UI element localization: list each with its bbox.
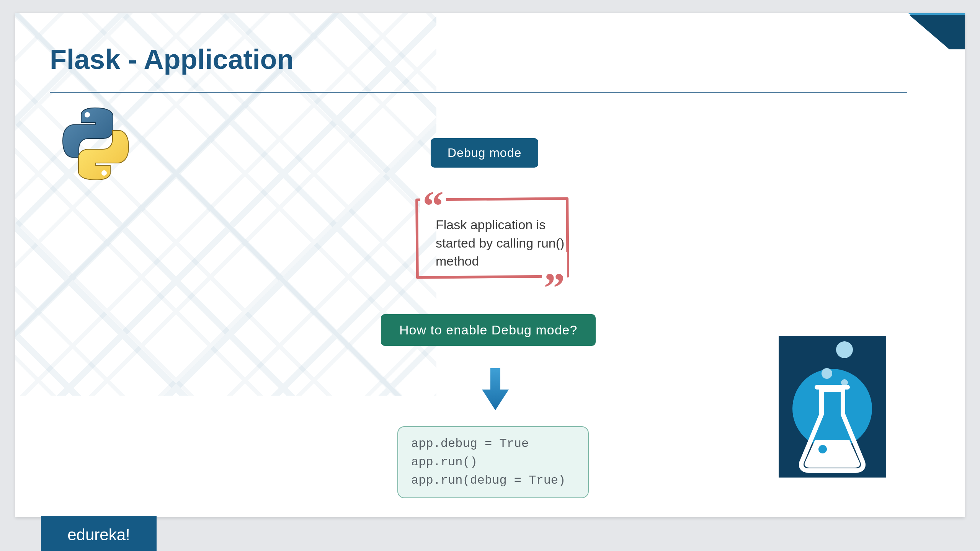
svg-point-5 (792, 369, 872, 448)
svg-point-7 (822, 368, 832, 379)
svg-point-3 (85, 112, 90, 117)
flask-beaker-icon (779, 336, 886, 478)
svg-point-9 (818, 445, 827, 453)
debug-mode-badge: Debug mode (431, 138, 538, 168)
code-snippet: app.debug = True app.run() app.run(debug… (397, 426, 589, 498)
down-arrow-icon (482, 368, 509, 412)
how-to-enable-badge: How to enable Debug mode? (381, 314, 596, 346)
python-logo-icon (57, 106, 134, 182)
svg-marker-2 (909, 15, 965, 49)
presentation-slide: Flask - Application Debug mode “ “ Flask… (15, 13, 965, 517)
title-underline (50, 92, 907, 93)
quote-text: Flask application is started by calling … (436, 216, 566, 271)
brand-tab: edureka! (41, 516, 157, 551)
corner-decoration (827, 13, 965, 70)
svg-point-6 (836, 341, 853, 358)
quote-container: “ “ Flask application is started by call… (410, 187, 578, 289)
slide-title: Flask - Application (50, 44, 294, 75)
svg-point-4 (101, 170, 107, 176)
